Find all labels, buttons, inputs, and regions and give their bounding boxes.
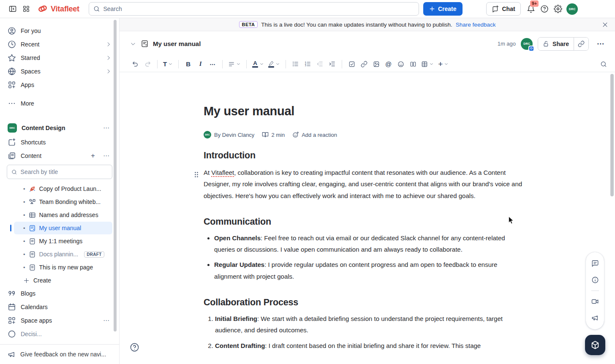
last-edited-time[interactable]: 1m ago bbox=[498, 41, 516, 47]
list-item[interactable]: Regular Updates: I provide regular updat… bbox=[214, 259, 525, 282]
bold-button[interactable]: B bbox=[182, 58, 194, 70]
tree-create-button[interactable]: Create bbox=[14, 274, 112, 287]
page-title[interactable]: My user manual bbox=[204, 104, 525, 118]
details-info-button[interactable] bbox=[588, 273, 602, 287]
tree-item-product-launch[interactable]: Copy of Product Laun... bbox=[14, 182, 112, 195]
tree-item-docs-planning[interactable]: Docs plannin... DRAFT bbox=[14, 248, 112, 261]
numbered-list-button[interactable]: 123 bbox=[302, 58, 313, 70]
outdent-button[interactable] bbox=[314, 58, 326, 70]
highlight-color-button[interactable] bbox=[267, 58, 282, 70]
settings-button[interactable] bbox=[551, 2, 565, 16]
editor-help-button[interactable] bbox=[130, 342, 139, 352]
tree-item-my-11-meetings[interactable]: My 1:1 meetings bbox=[14, 235, 112, 247]
sidebar-item-calendars[interactable]: Calendars bbox=[4, 300, 115, 314]
sidebar-item-blogs[interactable]: Blogs bbox=[4, 287, 115, 300]
create-button[interactable]: Create bbox=[423, 2, 463, 16]
announce-button[interactable] bbox=[588, 311, 602, 325]
user-avatar-button[interactable]: DRC bbox=[566, 2, 579, 16]
space-more-button[interactable]: ⋯ bbox=[101, 123, 112, 133]
section-heading-communication[interactable]: Communication bbox=[204, 217, 525, 227]
sidebar-item-content[interactable]: Content + ⋯ bbox=[4, 149, 115, 163]
page-tree-search-input[interactable] bbox=[21, 168, 108, 175]
collapse-breadcrumb-button[interactable] bbox=[128, 39, 138, 49]
layout-columns-button[interactable] bbox=[407, 58, 419, 70]
more-formatting-button[interactable]: ⋯ bbox=[207, 58, 218, 70]
list-item[interactable]: Open Channels: Feel free to reach out vi… bbox=[214, 232, 525, 255]
comments-button[interactable] bbox=[588, 256, 602, 271]
divider bbox=[178, 60, 179, 68]
emoji-button[interactable] bbox=[395, 58, 406, 70]
italic-button[interactable]: I bbox=[195, 58, 206, 70]
document-more-button[interactable]: ⋯ bbox=[594, 37, 607, 51]
insert-link-button[interactable] bbox=[358, 58, 370, 70]
sidebar-scrollbar[interactable] bbox=[114, 20, 117, 331]
document-scrollbar[interactable] bbox=[610, 74, 614, 196]
bullet bbox=[23, 212, 25, 218]
sidebar-item-for-you[interactable]: For you bbox=[4, 24, 115, 38]
insert-more-button[interactable]: + bbox=[436, 58, 450, 70]
sidebar-item-starred[interactable]: Starred bbox=[4, 51, 115, 65]
avatar-status-badge: D bbox=[528, 46, 534, 52]
banner-close-button[interactable] bbox=[599, 19, 611, 30]
tree-item-new-page[interactable]: This is my new page bbox=[14, 261, 112, 274]
global-search[interactable] bbox=[89, 2, 419, 16]
app-grid-icon bbox=[22, 5, 30, 13]
vitafleet-logo[interactable]: Vitafleet bbox=[37, 4, 79, 14]
ai-assistant-button[interactable] bbox=[585, 335, 605, 355]
add-reaction-button[interactable]: Add a reaction bbox=[292, 131, 337, 138]
record-video-button[interactable] bbox=[588, 294, 602, 309]
insert-table-button[interactable] bbox=[419, 58, 435, 70]
document-body[interactable]: My user manual DRC By Devin Clancy 2 min… bbox=[120, 72, 615, 364]
text-color-button[interactable]: A bbox=[250, 58, 266, 70]
tree-item-my-user-manual[interactable]: My user manual bbox=[14, 222, 112, 234]
sidebar-more-button[interactable]: More bbox=[4, 97, 115, 110]
author-name[interactable]: By Devin Clancy bbox=[214, 132, 254, 138]
bullet-list-button[interactable] bbox=[290, 58, 301, 70]
author-avatar[interactable]: DRC bbox=[204, 131, 211, 139]
share-feedback-link[interactable]: Share feedback bbox=[456, 22, 496, 28]
intro-paragraph[interactable]: At Vitafleet, collaboration is key to cr… bbox=[204, 167, 525, 201]
content-add-button[interactable]: + bbox=[89, 152, 97, 160]
share-button[interactable]: Share bbox=[538, 38, 574, 50]
sidebar-item-space-apps[interactable]: Space apps ⋯ bbox=[4, 314, 115, 327]
editor-avatar[interactable]: DRC D bbox=[521, 38, 533, 50]
redo-button[interactable] bbox=[142, 58, 153, 70]
document-title-breadcrumb[interactable]: My user manual bbox=[153, 40, 201, 47]
sidebar-item-shortcuts[interactable]: Shortcuts bbox=[4, 136, 115, 149]
list-item[interactable]: Initial Briefing: We start with a detail… bbox=[215, 313, 525, 336]
drag-handle-icon[interactable] bbox=[194, 170, 199, 181]
tree-item-team-bonding[interactable]: Team Bonding whiteb... bbox=[14, 196, 112, 208]
notifications-button[interactable]: 9+ bbox=[524, 2, 538, 16]
text-style-button[interactable]: T bbox=[161, 58, 174, 70]
tree-item-names-addresses[interactable]: Names and addresses bbox=[14, 209, 112, 221]
page-icon bbox=[29, 238, 36, 245]
chat-button[interactable]: Chat bbox=[486, 2, 521, 16]
space-header-content-design[interactable]: DRC Content Design ⋯ bbox=[4, 120, 115, 136]
list-item[interactable]: Content Drafting: I draft content based … bbox=[215, 340, 525, 351]
sidebar-item-spaces[interactable]: Spaces bbox=[4, 65, 115, 78]
sidebar-item-apps[interactable]: Apps bbox=[4, 78, 115, 92]
sidebar-toggle-button[interactable] bbox=[6, 2, 19, 16]
insert-image-button[interactable] bbox=[370, 58, 382, 70]
alignment-button[interactable] bbox=[226, 58, 242, 70]
sidebar-item-recent[interactable]: Recent bbox=[4, 38, 115, 51]
undo-button[interactable] bbox=[130, 58, 141, 70]
help-button[interactable] bbox=[538, 2, 551, 16]
mention-button[interactable]: @ bbox=[383, 58, 394, 70]
banner-message: This is a live doc! You can make updates… bbox=[261, 22, 452, 28]
section-heading-collaboration-process[interactable]: Collaboration Process bbox=[204, 297, 525, 308]
content-more-button[interactable]: ⋯ bbox=[101, 151, 112, 160]
feedback-bar[interactable]: Give feedback on the new navi... bbox=[0, 344, 119, 364]
copy-link-button[interactable] bbox=[574, 38, 588, 50]
sidebar-item-partial[interactable]: Decisi... bbox=[4, 327, 115, 341]
list-item-text: : I draft content based on the initial b… bbox=[265, 342, 481, 349]
app-switcher-button[interactable] bbox=[19, 2, 33, 16]
space-name: Content Design bbox=[22, 125, 97, 131]
search-input[interactable] bbox=[103, 5, 414, 12]
space-apps-more-button[interactable]: ⋯ bbox=[101, 316, 112, 325]
section-heading-introduction[interactable]: Introduction bbox=[204, 150, 525, 161]
page-tree-search[interactable] bbox=[7, 165, 112, 179]
task-list-button[interactable] bbox=[346, 58, 357, 70]
indent-button[interactable] bbox=[327, 58, 338, 70]
find-in-document-button[interactable] bbox=[598, 58, 609, 70]
